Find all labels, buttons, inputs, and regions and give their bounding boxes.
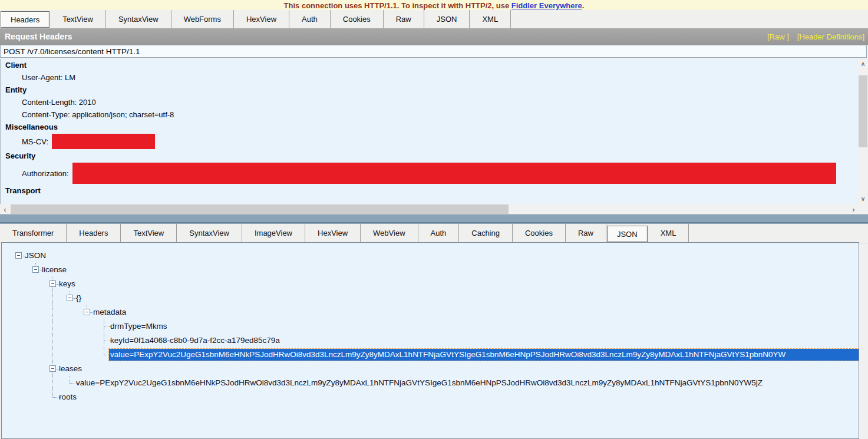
tree-guide-line xyxy=(52,348,53,362)
scroll-up-icon[interactable]: ∧ xyxy=(858,59,868,69)
header-section-miscellaneous: Miscellaneous xyxy=(1,121,867,133)
connection-notice: This connection uses HTTP/1.1. To inspec… xyxy=(0,0,868,10)
tab-hexview[interactable]: HexView xyxy=(234,10,289,28)
response-inspector-tabbar: TransformerHeadersTextViewSyntaxViewImag… xyxy=(0,222,868,243)
scroll-down-icon[interactable]: ∨ xyxy=(858,194,868,204)
tree-row-item[interactable]: {} xyxy=(2,291,859,305)
request-headers-titlebar: Request Headers [Raw ] [Header Definitio… xyxy=(0,28,868,45)
tree-node-label: metadata xyxy=(93,307,126,318)
scrollbar-corner xyxy=(859,204,868,214)
fiddler-inspector-window: This connection uses HTTP/1.1. To inspec… xyxy=(0,0,868,439)
scroll-left-icon[interactable]: ‹ xyxy=(0,204,10,214)
header-section-security: Security xyxy=(1,150,867,162)
tree-row-roots[interactable]: roots xyxy=(2,390,859,404)
tab-json[interactable]: JSON xyxy=(607,226,648,242)
collapse-minus-icon[interactable] xyxy=(32,266,39,273)
header-item-content-length: Content-Length: 2010 xyxy=(1,96,867,108)
tab-imageview[interactable]: ImageView xyxy=(242,223,305,243)
pane-splitter[interactable] xyxy=(0,214,868,222)
header-item-authorization: Authorization: xyxy=(1,162,867,184)
tree-row-keys[interactable]: keys xyxy=(2,277,859,291)
collapse-minus-icon[interactable] xyxy=(15,252,22,259)
tab-hexview[interactable]: HexView xyxy=(305,223,361,243)
tree-row-keyid[interactable]: keyId=0f1a4068-c8b0-9d7a-f2cc-a179ed85c7… xyxy=(2,334,859,348)
header-section-entity: Entity xyxy=(1,84,867,96)
header-item-text: User-Agent: LM xyxy=(22,73,75,82)
tab-headers[interactable]: Headers xyxy=(1,11,49,28)
tab-xml[interactable]: XML xyxy=(470,10,511,28)
tab-auth[interactable]: Auth xyxy=(289,10,331,28)
tree-node-label: keys xyxy=(59,279,75,289)
horizontal-scroll-thumb[interactable] xyxy=(11,204,509,214)
tree-node-label: value=PExpY2Vuc2UgeG1sbnM6eHNkPSJodHRwOi… xyxy=(76,378,763,388)
tree-node-label: drmType=Mkms xyxy=(110,321,167,332)
tree-guide-line xyxy=(52,305,53,319)
tab-cookies[interactable]: Cookies xyxy=(331,10,384,28)
tab-xml[interactable]: XML xyxy=(648,223,689,243)
header-item-text: Authorization: xyxy=(22,169,69,178)
tab-transformer[interactable]: Transformer xyxy=(0,223,67,243)
tree-row-drmtype[interactable]: drmType=Mkms xyxy=(2,319,859,334)
vertical-scroll-thumb[interactable] xyxy=(859,75,867,147)
vertical-scroll-track[interactable] xyxy=(858,69,868,194)
header-item-ms-cv: MS-CV: xyxy=(1,133,867,150)
raw-link[interactable]: [Raw ] xyxy=(767,32,789,41)
tree-node-label: JSON xyxy=(25,250,46,261)
tree-row-json[interactable]: JSON xyxy=(2,249,859,263)
tree-node-label: {} xyxy=(76,293,81,303)
tree-row-leases[interactable]: leases xyxy=(2,362,859,376)
tab-caching[interactable]: Caching xyxy=(459,223,513,243)
collapse-minus-icon[interactable] xyxy=(49,280,56,287)
vertical-scrollbar[interactable]: ∧ ∨ xyxy=(858,59,868,204)
header-item-content-type: Content-Type: application/json; charset=… xyxy=(1,108,867,121)
notice-suffix: . xyxy=(582,1,585,10)
tree-node-label: license xyxy=(42,265,67,275)
json-tree: JSONlicensekeys{}metadatadrmType=Mkmskey… xyxy=(2,243,859,404)
tab-cookies[interactable]: Cookies xyxy=(513,223,566,243)
tab-headers[interactable]: Headers xyxy=(67,223,121,243)
tree-guide-line xyxy=(52,319,53,334)
tab-syntaxview[interactable]: SyntaxView xyxy=(177,223,242,243)
tab-json[interactable]: JSON xyxy=(424,10,470,28)
notice-text: This connection uses HTTP/1.1. To inspec… xyxy=(284,1,511,10)
scroll-right-icon[interactable]: › xyxy=(849,204,859,214)
request-line[interactable]: POST /v7.0/licenses/content HTTP/1.1 xyxy=(0,45,867,58)
tree-row-license[interactable]: license xyxy=(2,263,859,277)
fiddler-everywhere-link[interactable]: Fiddler Everywhere xyxy=(511,1,582,10)
tree-guide-line xyxy=(104,348,104,355)
tree-row-value[interactable]: value=PExpY2Vuc2UgeG1sbnM6eHNkPSJodHRwOi… xyxy=(2,376,859,390)
collapse-minus-icon[interactable] xyxy=(49,365,56,372)
collapse-minus-icon[interactable] xyxy=(67,295,73,301)
redacted-value-block xyxy=(52,134,155,149)
header-item-text: MS-CV: xyxy=(22,137,48,146)
request-inspector-tabbar: HeadersTextViewSyntaxViewWebFormsHexView… xyxy=(0,10,868,29)
tree-guide-line xyxy=(52,390,53,397)
horizontal-scroll-track[interactable] xyxy=(10,204,849,214)
tree-node-label: roots xyxy=(59,392,77,402)
selected-tree-value[interactable]: value=PExpY2Vuc2UgeG1sbnM6eHNkPSJodHRwOi… xyxy=(109,349,859,361)
header-section-client: Client xyxy=(1,59,867,71)
tab-webview[interactable]: WebView xyxy=(361,223,418,243)
tab-raw[interactable]: Raw xyxy=(384,10,424,28)
header-definitions-link[interactable]: [Header Definitions] xyxy=(797,32,864,41)
tab-syntaxview[interactable]: SyntaxView xyxy=(106,10,171,28)
tree-row-metadata[interactable]: metadata xyxy=(2,305,859,319)
request-headers-pane: ClientUser-Agent: LMEntityContent-Length… xyxy=(0,59,868,204)
request-headers-title: Request Headers xyxy=(5,32,767,41)
tab-raw[interactable]: Raw xyxy=(566,223,606,243)
tab-webforms[interactable]: WebForms xyxy=(171,10,234,28)
tree-guide-line xyxy=(52,291,53,305)
collapse-minus-icon[interactable] xyxy=(84,309,90,315)
tree-guide-line xyxy=(52,334,53,348)
tab-textview[interactable]: TextView xyxy=(50,10,106,28)
tab-auth[interactable]: Auth xyxy=(418,223,460,243)
horizontal-scrollbar[interactable]: ‹ › xyxy=(0,204,868,214)
redacted-value-block xyxy=(72,163,836,184)
tab-textview[interactable]: TextView xyxy=(121,223,177,243)
tree-guide-line xyxy=(70,376,70,383)
json-tree-pane: JSONlicensekeys{}metadatadrmType=Mkmskey… xyxy=(1,242,859,439)
tree-row-value[interactable]: value=PExpY2Vuc2UgeG1sbnM6eHNkPSJodHRwOi… xyxy=(2,348,859,362)
tree-guide-line xyxy=(52,376,53,390)
header-section-transport: Transport xyxy=(1,184,867,197)
header-item-user-agent: User-Agent: LM xyxy=(1,71,867,84)
